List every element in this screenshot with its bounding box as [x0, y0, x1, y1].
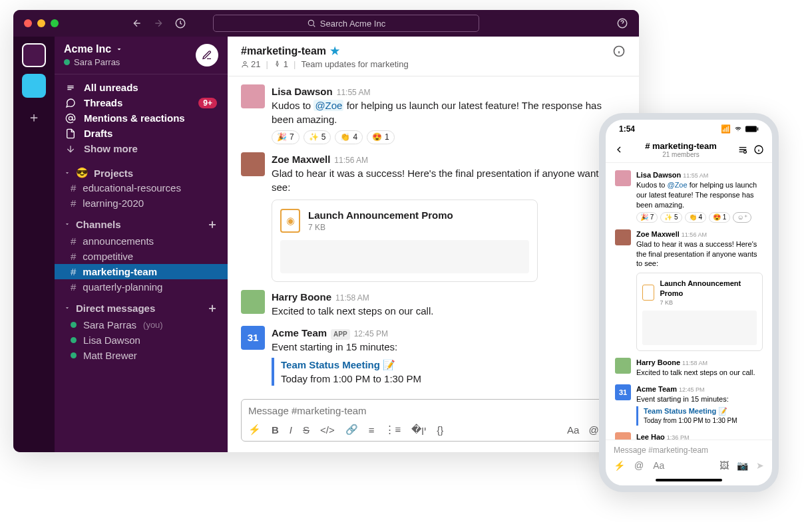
reaction[interactable]: 🎉7 — [272, 130, 300, 144]
codeblock-icon[interactable]: {} — [437, 424, 443, 436]
phone-composer[interactable]: Message #marketing-team ⚡ @ Aa 🖼 📷 ➤ — [606, 440, 772, 476]
workspace-1[interactable] — [22, 43, 46, 67]
format-icon[interactable]: Aa — [567, 424, 579, 436]
add-reaction[interactable]: ☺⁺ — [733, 212, 751, 223]
reaction[interactable]: 🎉 7 — [636, 212, 658, 223]
message-author[interactable]: Harry Boone — [272, 290, 331, 304]
sidebar-channel-competitive[interactable]: #competitive — [55, 249, 228, 264]
message-composer[interactable]: ⚡ B I S </> 🔗 ≡ ⋮≡ �ין {} Aa @ ☺ — [241, 399, 626, 442]
avatar[interactable] — [241, 290, 265, 314]
event-preview[interactable]: Team Status Meeting 📝Today from 1:00 PM … — [636, 406, 763, 425]
phone-message-list: Lisa Dawson 11:55 AMKudos to @Zoe for he… — [606, 163, 772, 440]
italic-icon[interactable]: I — [290, 424, 292, 436]
file-attachment[interactable]: ◉Launch Announcement Promo7 KB — [272, 199, 538, 282]
avatar[interactable] — [241, 84, 265, 108]
back-icon[interactable] — [132, 18, 142, 29]
presence-icon — [64, 59, 70, 65]
add-workspace-icon[interactable]: ＋ — [27, 108, 41, 126]
sidebar-channel-marketing-team[interactable]: #marketing-team — [55, 264, 228, 279]
phone-channel-name[interactable]: # marketing-team — [624, 141, 737, 151]
avatar[interactable] — [615, 229, 631, 245]
search-input[interactable]: Search Acme Inc — [213, 15, 479, 32]
phone-mention-icon[interactable]: @ — [634, 460, 644, 471]
reaction[interactable]: ✨5 — [304, 130, 331, 144]
close-window[interactable] — [24, 19, 32, 27]
mention[interactable]: @Zoe — [313, 100, 343, 111]
members-icon[interactable]: 21 — [241, 59, 260, 69]
dm-matt brewer[interactable]: Matt Brewer — [55, 348, 228, 363]
forward-icon[interactable] — [153, 18, 164, 29]
phone-members: 21 members — [624, 151, 737, 158]
reaction[interactable]: 😍1 — [367, 130, 395, 144]
phone-back-icon[interactable] — [614, 144, 624, 155]
section-channels[interactable]: Channels＋ — [55, 211, 228, 233]
channel-name[interactable]: #marketing-team — [241, 45, 326, 57]
sidebar-channel-quarterly-planning[interactable]: #quarterly-planning — [55, 279, 228, 295]
phone-shortcuts-icon[interactable]: ⚡ — [614, 460, 625, 471]
message-author[interactable]: Lisa Dawson — [272, 84, 333, 98]
nav-show-more[interactable]: Show more — [55, 141, 228, 156]
composer-input[interactable] — [248, 405, 618, 416]
section-projects[interactable]: 😎Projects — [55, 162, 228, 180]
event-preview[interactable]: Team Status Meeting 📝Today from 1:00 PM … — [272, 358, 626, 386]
quote-icon[interactable]: �ין — [411, 424, 426, 436]
calendar-icon: 31 — [241, 326, 265, 350]
phone-composer-input[interactable]: Message #marketing-team — [614, 446, 764, 455]
workspace-header[interactable]: Acme Inc Sara Parras — [55, 37, 228, 74]
bold-icon[interactable]: B — [272, 424, 279, 436]
compose-button[interactable] — [196, 44, 218, 66]
avatar[interactable] — [615, 170, 631, 186]
reaction[interactable]: 😍 1 — [709, 212, 730, 223]
phone-info-icon[interactable] — [753, 144, 764, 155]
sidebar-channel-educational-resources[interactable]: #educational-resources — [55, 180, 228, 196]
calendar-icon: 31 — [615, 384, 631, 400]
minimize-window[interactable] — [37, 19, 45, 27]
file-icon: ◉ — [280, 209, 300, 233]
sidebar-channel-learning-2020[interactable]: #learning-2020 — [55, 196, 228, 211]
avatar[interactable] — [615, 358, 631, 374]
phone-send-icon[interactable]: ➤ — [756, 460, 764, 471]
reaction[interactable]: ✨ 5 — [660, 212, 682, 223]
svg-point-7 — [244, 61, 246, 64]
nav-threads[interactable]: Threads9+ — [55, 95, 228, 110]
reaction[interactable]: 👏4 — [335, 130, 363, 144]
phone-format-icon[interactable]: Aa — [653, 460, 664, 471]
ol-icon[interactable]: ≡ — [369, 424, 375, 436]
dm-sara parras[interactable]: Sara Parras(you) — [55, 317, 228, 332]
sidebar-channel-announcements[interactable]: #announcements — [55, 233, 228, 249]
home-indicator[interactable] — [656, 479, 722, 481]
avatar[interactable] — [615, 432, 631, 440]
code-icon[interactable]: </> — [320, 424, 335, 436]
avatar[interactable] — [241, 152, 265, 176]
phone-attach-icon[interactable]: 🖼 — [719, 460, 729, 471]
current-user: Sara Parras — [74, 57, 120, 67]
add-dm-icon[interactable]: ＋ — [206, 300, 218, 316]
nav-drafts[interactable]: Drafts — [55, 126, 228, 141]
star-icon[interactable]: ★ — [330, 45, 339, 57]
reaction[interactable]: 👏 4 — [685, 212, 706, 223]
pins-icon[interactable]: 1 — [274, 59, 288, 69]
mention-icon[interactable]: @ — [588, 424, 598, 436]
dm-lisa dawson[interactable]: Lisa Dawson — [55, 332, 228, 348]
maximize-window[interactable] — [51, 19, 59, 27]
link-icon[interactable]: 🔗 — [345, 424, 358, 436]
ul-icon[interactable]: ⋮≡ — [385, 424, 401, 436]
nav-all-unreads[interactable]: All unreads — [55, 80, 228, 95]
phone-search-icon[interactable] — [737, 144, 748, 155]
channel-topic[interactable]: Team updates for marketing — [301, 59, 408, 69]
nav-mentions[interactable]: Mentions & reactions — [55, 110, 228, 126]
phone-camera-icon[interactable]: 📷 — [737, 460, 748, 471]
file-attachment[interactable]: Launch Announcement Promo7 KB — [636, 273, 763, 351]
workspace-2[interactable] — [22, 74, 46, 98]
message-author[interactable]: Acme Team — [272, 326, 327, 340]
add-channel-icon[interactable]: ＋ — [206, 216, 218, 232]
wifi-icon — [733, 126, 743, 132]
strike-icon[interactable]: S — [303, 424, 309, 436]
composer-toolbar: ⚡ B I S </> 🔗 ≡ ⋮≡ �ין {} Aa @ ☺ — [248, 424, 618, 436]
info-icon[interactable] — [612, 45, 626, 58]
history-icon[interactable] — [174, 17, 186, 29]
shortcuts-icon[interactable]: ⚡ — [248, 424, 261, 436]
section-dms[interactable]: Direct messages＋ — [55, 295, 228, 317]
message-author[interactable]: Zoe Maxwell — [272, 152, 330, 166]
help-icon[interactable] — [616, 17, 628, 29]
